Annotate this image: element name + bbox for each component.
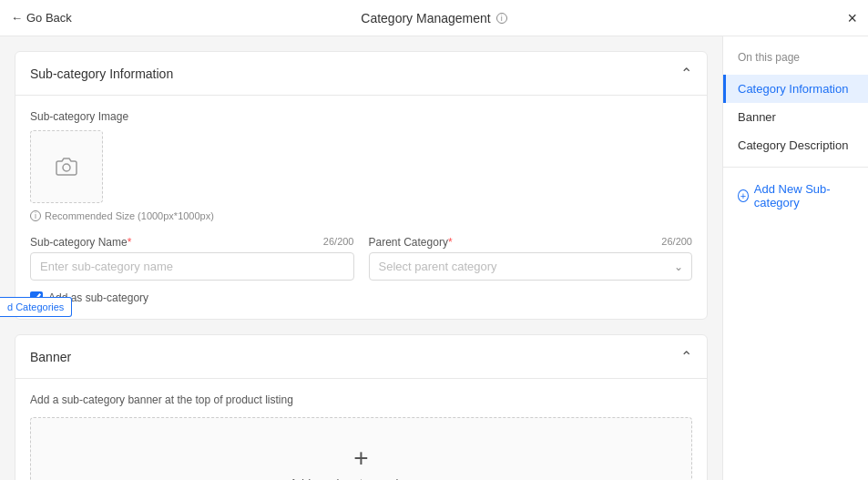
- banner-body: Add a sub-category banner at the top of …: [15, 379, 707, 480]
- add-categories-button[interactable]: d Categories: [0, 297, 72, 317]
- sidebar-item-category-description[interactable]: Category Description: [723, 131, 868, 159]
- sidebar-add-subcategory-label: Add New Sub-category: [754, 182, 853, 209]
- subcategory-info-title: Sub-category Information: [30, 66, 173, 81]
- add-subcategory-checkbox-row: Add as sub-category: [30, 291, 692, 304]
- image-recommended-size: i Recommended Size (1000px*1000px): [30, 210, 692, 221]
- subcategory-name-group: Sub-category Name* 26/200: [30, 236, 354, 281]
- title-info-icon: i: [496, 13, 507, 24]
- sidebar-divider: [723, 167, 868, 168]
- parent-category-label-row: Parent Category* 26/200: [369, 236, 693, 249]
- banner-description: Add a sub-category banner at the top of …: [30, 393, 692, 406]
- subcategory-info-header: Sub-category Information ⌃: [15, 52, 707, 96]
- image-info-icon: i: [30, 210, 41, 221]
- back-label: Go Back: [26, 11, 72, 25]
- subcategory-name-label-row: Sub-category Name* 26/200: [30, 236, 354, 249]
- subcategory-name-char-count: 26/200: [323, 236, 354, 249]
- form-row-names: Sub-category Name* 26/200 Parent Categor…: [30, 236, 692, 281]
- subcategory-name-input[interactable]: [30, 252, 354, 281]
- sidebar-on-this-page-label: On this page: [723, 51, 868, 75]
- image-upload-label: Sub-category Image: [30, 110, 692, 123]
- subcategory-info-collapse-button[interactable]: ⌃: [680, 65, 692, 82]
- sidebar-item-category-information[interactable]: Category Information: [723, 75, 868, 103]
- close-button[interactable]: ×: [847, 10, 857, 26]
- parent-category-select-wrapper: Select parent category ⌄: [369, 252, 693, 281]
- sidebar-add-subcategory-link[interactable]: + Add New Sub-category: [723, 175, 868, 217]
- sidebar-item-banner[interactable]: Banner: [723, 103, 868, 131]
- banner-upload-box[interactable]: + Add a sub-category banner i Recommende…: [30, 417, 692, 480]
- svg-point-0: [63, 164, 70, 171]
- banner-section: Banner ⌃ Add a sub-category banner at th…: [15, 334, 708, 480]
- banner-header: Banner ⌃: [15, 335, 707, 379]
- parent-category-char-count: 26/200: [661, 236, 692, 249]
- image-upload-box[interactable]: [30, 130, 103, 203]
- add-circle-icon: +: [738, 189, 749, 202]
- subcategory-info-body: Sub-category Image i Recommended Size (1…: [15, 96, 707, 319]
- banner-collapse-button[interactable]: ⌃: [680, 348, 692, 365]
- modal-body: d Categories Sub-category Information ⌃ …: [0, 36, 868, 480]
- parent-category-select[interactable]: Select parent category: [369, 252, 693, 281]
- camera-icon: [56, 156, 77, 178]
- banner-title: Banner: [30, 350, 71, 364]
- back-arrow-icon: ←: [11, 11, 23, 25]
- back-button[interactable]: ← Go Back: [11, 11, 72, 25]
- page-title: Category Management i: [361, 11, 506, 26]
- banner-plus-icon: +: [353, 445, 368, 471]
- banner-upload-label: Add a sub-category banner: [290, 476, 433, 480]
- sidebar: On this page Category Information Banner…: [722, 36, 868, 480]
- main-content: d Categories Sub-category Information ⌃ …: [0, 36, 722, 480]
- parent-category-group: Parent Category* 26/200 Select parent ca…: [369, 236, 693, 281]
- modal-header: ← Go Back Category Management i ×: [0, 0, 868, 36]
- subcategory-info-section: Sub-category Information ⌃ Sub-category …: [15, 51, 708, 320]
